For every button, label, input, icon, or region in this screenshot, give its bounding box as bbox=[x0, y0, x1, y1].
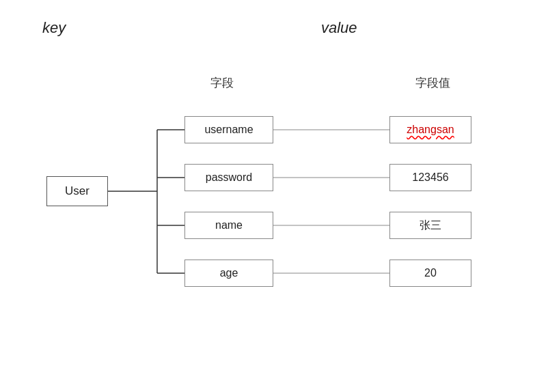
field-password: password bbox=[184, 164, 273, 191]
value-zhangsan-text: zhangsan bbox=[407, 124, 454, 136]
value-age: 20 bbox=[389, 260, 471, 287]
value-username: zhangsan bbox=[389, 116, 471, 143]
field-username: username bbox=[184, 116, 273, 143]
header-value-label: value bbox=[321, 19, 357, 37]
col-value-label: 字段值 bbox=[415, 75, 450, 91]
header-key-label: key bbox=[42, 19, 66, 37]
col-field-label: 字段 bbox=[210, 75, 234, 91]
field-name: name bbox=[184, 212, 273, 239]
user-box: User bbox=[46, 176, 108, 206]
user-label: User bbox=[65, 184, 90, 198]
field-age: age bbox=[184, 260, 273, 287]
value-name: 张三 bbox=[389, 212, 471, 239]
value-password: 123456 bbox=[389, 164, 471, 191]
